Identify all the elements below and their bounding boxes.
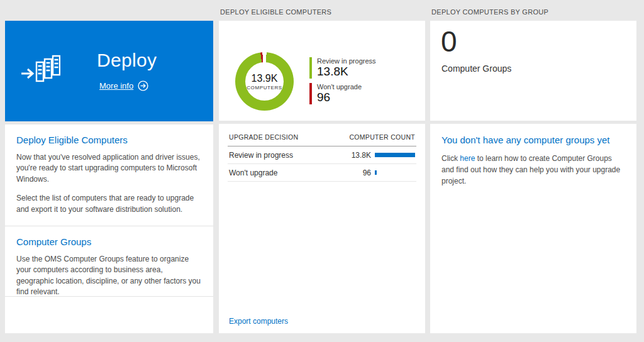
computer-groups-count-label: Computer Groups xyxy=(441,63,511,74)
legend-value: 96 xyxy=(317,91,376,104)
column-header-eligible: DEPLOY ELIGIBLE COMPUTERS xyxy=(220,8,331,16)
computer-groups-empty-panel: You don't have any computer groups yet C… xyxy=(430,124,636,333)
legend-label: Won't upgrade xyxy=(317,83,376,91)
section-paragraph: Use the OMS Computer Groups feature to o… xyxy=(16,254,202,298)
table-row[interactable]: Review in progress 13.8K xyxy=(228,146,416,164)
computer-groups-count-tile: 0 Computer Groups xyxy=(430,21,636,121)
donut-total-label: COMPUTERS xyxy=(247,85,282,91)
table-row[interactable]: Won't upgrade 96 xyxy=(228,164,416,182)
table-header-row: UPGRADE DECISION COMPUTER COUNT xyxy=(228,131,416,146)
export-computers-link[interactable]: Export computers xyxy=(229,317,288,326)
legend-item-wont-upgrade: Won't upgrade 96 xyxy=(309,83,376,104)
arrow-circle-icon xyxy=(138,80,148,91)
row-bar-container xyxy=(375,153,415,157)
upgrade-decision-table-panel: UPGRADE DECISION COMPUTER COUNT Review i… xyxy=(219,124,425,333)
row-bar xyxy=(375,170,377,175)
row-label: Review in progress xyxy=(229,151,343,160)
row-bar xyxy=(375,153,415,157)
donut-center: 13.9K COMPUTERS xyxy=(235,52,294,111)
row-value: 96 xyxy=(343,168,371,177)
legend-value: 13.8K xyxy=(317,65,376,79)
deploy-dashboard: DEPLOY ELIGIBLE COMPUTERS DEPLOY COMPUTE… xyxy=(0,0,644,342)
deploy-description-panel: Deploy Eligible Computers Now that you'v… xyxy=(5,124,213,333)
upgrade-decision-table: UPGRADE DECISION COMPUTER COUNT Review i… xyxy=(219,124,425,182)
donut-total: 13.9K xyxy=(252,73,278,84)
section-heading: Computer Groups xyxy=(16,236,202,247)
empty-state-text: Click here to learn how to create Comput… xyxy=(441,153,625,187)
legend-item-review: Review in progress 13.8K xyxy=(309,57,376,79)
section-heading: Deploy Eligible Computers xyxy=(16,135,202,145)
section-eligible-computers: Deploy Eligible Computers Now that you'v… xyxy=(5,124,213,226)
section-divider xyxy=(5,296,213,297)
deploy-icon xyxy=(20,51,60,91)
section-paragraph: Select the list of computers that are re… xyxy=(16,193,202,215)
section-paragraph: Now that you've resolved application and… xyxy=(16,152,202,185)
chart-legend: Review in progress 13.8K Won't upgrade 9… xyxy=(309,57,376,104)
column-header-groups: DEPLOY COMPUTERS BY GROUP xyxy=(431,8,548,16)
row-value: 13.8K xyxy=(343,151,371,160)
more-info-label: More info xyxy=(99,81,133,91)
empty-text-before: Click xyxy=(441,154,460,163)
deploy-tile: Deploy More info xyxy=(5,21,213,121)
legend-label: Review in progress xyxy=(317,57,376,65)
empty-state-heading: You don't have any computer groups yet xyxy=(441,135,625,145)
column-computer-count: COMPUTER COUNT xyxy=(349,133,415,141)
row-label: Won't upgrade xyxy=(229,168,343,177)
more-info-link[interactable]: More info xyxy=(99,80,148,91)
tile-title: Deploy xyxy=(97,50,157,71)
computer-groups-count: 0 xyxy=(441,26,457,58)
here-link[interactable]: here xyxy=(460,154,475,163)
eligible-computers-chart-tile: 13.9K COMPUTERS Review in progress 13.8K… xyxy=(219,21,425,121)
column-upgrade-decision: UPGRADE DECISION xyxy=(229,133,298,141)
computers-donut-chart[interactable]: 13.9K COMPUTERS xyxy=(235,52,294,111)
row-bar-container xyxy=(375,170,415,175)
